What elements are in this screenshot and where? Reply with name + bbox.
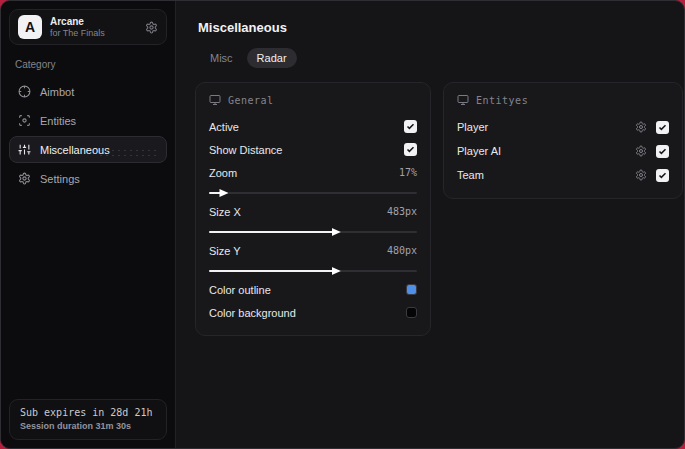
slider-thumb[interactable]: [332, 267, 341, 275]
entities-panel-title: Entityes: [476, 95, 528, 106]
gear-icon[interactable]: [635, 121, 647, 133]
sidebar-item-label: Aimbot: [40, 86, 74, 98]
session-duration-text: Session duration 31m 30s: [20, 421, 156, 431]
scan-eye-icon: [18, 114, 31, 127]
toggle-label: Active: [209, 121, 239, 133]
general-panel-title: General: [228, 95, 274, 106]
app-window: A Arcane for The Finals Category Aimbot: [0, 0, 685, 449]
entities-panel: Entityes Player Player AI: [443, 82, 683, 199]
slider-value: 17%: [399, 167, 417, 178]
zoom-slider[interactable]: [209, 192, 417, 194]
color-label: Color outline: [209, 284, 271, 296]
tab-bar: Misc Radar: [200, 48, 683, 68]
sliders-icon: [18, 143, 31, 156]
color-row-background: Color background: [209, 302, 417, 323]
general-panel: General Active Show Distance Z: [195, 82, 431, 336]
color-background-swatch[interactable]: [406, 307, 417, 318]
size-y-slider[interactable]: [209, 270, 417, 272]
app-subtitle: for The Finals: [50, 28, 137, 38]
sidebar: A Arcane for The Finals Category Aimbot: [1, 1, 176, 448]
slider-label: Size X: [209, 206, 241, 218]
subscription-box: Sub expires in 28d 21h Session duration …: [9, 399, 167, 440]
entity-label: Team: [457, 169, 484, 181]
toggle-row-active: Active: [209, 116, 417, 137]
category-label: Category: [15, 59, 167, 70]
sidebar-item-entities[interactable]: Entities: [9, 107, 167, 134]
sidebar-item-label: Entities: [40, 115, 76, 127]
crosshair-icon: [18, 85, 31, 98]
sub-expires-text: Sub expires in 28d 21h: [20, 407, 156, 418]
entity-row-team: Team: [457, 164, 669, 186]
app-title: Arcane: [50, 16, 137, 28]
sidebar-item-settings[interactable]: Settings: [9, 165, 167, 192]
entity-row-player: Player: [457, 116, 669, 138]
team-checkbox[interactable]: [656, 169, 669, 182]
color-outline-swatch[interactable]: [406, 284, 417, 295]
entity-label: Player: [457, 121, 488, 133]
color-label: Color background: [209, 307, 296, 319]
slider-label: Zoom: [209, 167, 237, 179]
tab-misc[interactable]: Misc: [200, 48, 243, 68]
sidebar-item-label: Settings: [40, 173, 80, 185]
toggle-label: Show Distance: [209, 144, 282, 156]
slider-value: 483px: [387, 206, 417, 217]
gear-icon[interactable]: [145, 21, 158, 34]
sidebar-item-aimbot[interactable]: Aimbot: [9, 78, 167, 105]
active-checkbox[interactable]: [404, 120, 417, 133]
player-ai-checkbox[interactable]: [656, 145, 669, 158]
main-content: Miscellaneous Misc Radar General Active: [176, 1, 685, 448]
sidebar-item-miscellaneous[interactable]: Miscellaneous: [9, 136, 167, 163]
gear-icon[interactable]: [635, 145, 647, 157]
slider-thumb[interactable]: [219, 189, 228, 197]
app-card: A Arcane for The Finals: [9, 9, 167, 45]
monitor-icon: [457, 94, 469, 106]
player-checkbox[interactable]: [656, 121, 669, 134]
show-distance-checkbox[interactable]: [404, 143, 417, 156]
zoom-slider-group: Zoom 17%: [209, 162, 417, 194]
slider-label: Size Y: [209, 245, 241, 257]
tab-radar[interactable]: Radar: [247, 48, 297, 68]
gear-icon[interactable]: [635, 169, 647, 181]
slider-thumb[interactable]: [332, 228, 341, 236]
size-y-slider-group: Size Y 480px: [209, 240, 417, 272]
gear-icon: [18, 172, 31, 185]
entity-label: Player AI: [457, 145, 501, 157]
color-row-outline: Color outline: [209, 279, 417, 300]
page-title: Miscellaneous: [198, 20, 683, 35]
sidebar-nav: Aimbot Entities Miscellaneous Settings: [9, 78, 167, 192]
slider-value: 480px: [387, 245, 417, 256]
app-logo: A: [18, 15, 42, 39]
sidebar-item-label: Miscellaneous: [40, 144, 110, 156]
monitor-icon: [209, 94, 221, 106]
entity-row-player-ai: Player AI: [457, 140, 669, 162]
toggle-row-show-distance: Show Distance: [209, 139, 417, 160]
size-x-slider-group: Size X 483px: [209, 201, 417, 233]
size-x-slider[interactable]: [209, 231, 417, 233]
